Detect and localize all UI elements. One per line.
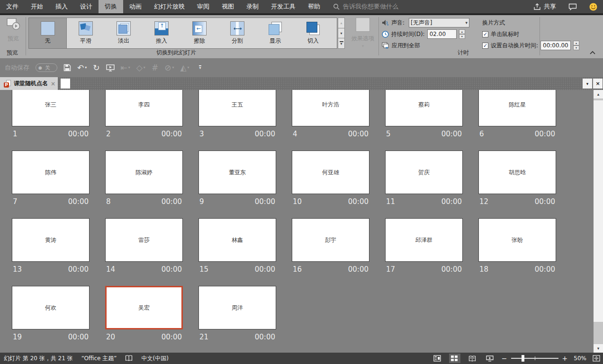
gallery-more-button[interactable]: ▾ — [338, 38, 345, 49]
slide-thumbnail[interactable]: 蔡莉 — [385, 90, 463, 126]
comment-icon[interactable] — [568, 3, 577, 10]
slide-cell: 黄涛 13 00:00 — [12, 218, 90, 275]
vertical-scrollbar[interactable]: ▴ ▾ — [594, 90, 603, 353]
slide-thumbnail[interactable]: 周洋 — [198, 286, 276, 329]
transition-none[interactable]: 无 — [29, 18, 67, 48]
spin-up-button[interactable]: ▴ — [573, 41, 579, 45]
menu-tab-开发工具[interactable]: 开发工具 — [265, 0, 302, 13]
scrollbar-thumb[interactable] — [594, 100, 603, 322]
auto-advance-time-input[interactable] — [540, 41, 571, 50]
zoom-out-button[interactable]: − — [502, 355, 507, 362]
slide-thumbnail[interactable]: 邱泽群 — [385, 218, 463, 262]
normal-view-button[interactable] — [432, 354, 443, 363]
transition-cut[interactable]: 切入 — [294, 18, 332, 48]
scroll-down-button[interactable]: ▾ — [594, 344, 603, 353]
menu-tab-动画[interactable]: 动画 — [123, 0, 148, 13]
slide-thumbnail[interactable]: 何亚雄 — [292, 151, 369, 194]
customize-qat-button[interactable]: ▾ — [199, 65, 201, 70]
auto-advance-checkbox[interactable]: ✓ — [482, 43, 488, 49]
slide-thumbnail[interactable]: 王五 — [198, 90, 276, 126]
menu-tab-视图[interactable]: 视图 — [216, 0, 240, 13]
start-slideshow-button[interactable] — [106, 64, 115, 71]
preview-button[interactable]: 预览 — [3, 18, 24, 53]
language-indicator[interactable]: 中文(中国) — [141, 355, 168, 363]
menu-tab-录制[interactable]: 录制 — [240, 0, 265, 13]
slide-thumbnail[interactable]: 胡思晗 — [478, 151, 556, 194]
spin-down-button[interactable]: ▾ — [573, 45, 579, 50]
new-tab-button[interactable] — [61, 79, 70, 89]
menu-tab-切换[interactable]: 切换 — [99, 0, 123, 13]
slide-thumbnail[interactable]: 雷莎 — [105, 218, 183, 262]
slide-thumbnail[interactable]: 李四 — [105, 90, 183, 126]
slide-thumbnail[interactable]: 陈淑婷 — [105, 151, 183, 194]
tab-list-dropdown-button[interactable]: ▾ — [583, 79, 592, 89]
duration-input[interactable] — [427, 29, 457, 39]
undo-button[interactable]: ↶▾ — [77, 64, 87, 72]
zoom-track[interactable] — [511, 358, 558, 359]
menu-tab-插入[interactable]: 插入 — [49, 0, 74, 13]
slide-time: 00:00 — [162, 265, 182, 274]
transition-fade[interactable]: 淡出 — [105, 18, 143, 48]
autosave-toggle[interactable]: ● 关 — [36, 63, 57, 72]
reorder-button[interactable]: ⇤▾ — [121, 64, 130, 72]
fit-to-window-icon[interactable] — [593, 355, 600, 362]
transition-wipe[interactable]: 擦除 — [180, 18, 218, 48]
slide-thumbnail[interactable]: 贺庆 — [385, 151, 463, 194]
reading-view-button[interactable] — [467, 354, 478, 363]
gallery-scroll-up-button[interactable]: ▴ — [338, 18, 345, 28]
effect-options-button[interactable]: 效果选项 ▾ — [349, 18, 377, 58]
rotate-flip-button[interactable]: ◭▾ — [180, 64, 189, 72]
zoom-level[interactable]: 50% — [574, 355, 586, 362]
slide-thumbnail[interactable]: 黄涛 — [12, 218, 90, 262]
transition-split[interactable]: 分割 — [218, 18, 256, 48]
close-document-button[interactable]: × — [593, 79, 603, 89]
slide-thumbnail[interactable]: 张盼 — [478, 218, 556, 262]
zoom-thumb[interactable] — [522, 355, 524, 362]
menu-tab-设计[interactable]: 设计 — [74, 0, 99, 13]
sound-dropdown[interactable]: [无声音] ▾ — [409, 18, 469, 27]
menu-tab-幻灯片放映[interactable]: 幻灯片放映 — [148, 0, 191, 13]
spin-down-button[interactable]: ▾ — [459, 34, 465, 39]
shapes-button[interactable]: ◇▾ — [136, 64, 145, 72]
slide-thumbnail[interactable]: 张三 — [12, 90, 90, 126]
menu-tab-开始[interactable]: 开始 — [25, 0, 49, 13]
slide-thumbnail[interactable]: 何欢 — [12, 286, 90, 329]
collapse-ribbon-button[interactable] — [589, 50, 596, 56]
proofing-book-icon[interactable] — [125, 355, 133, 362]
slide-thumbnail[interactable]: 彭宇 — [292, 218, 369, 262]
on-mouse-click-checkbox[interactable]: ✓ — [482, 31, 488, 37]
slide-number: 7 — [13, 197, 18, 206]
redo-button[interactable]: ↻ — [93, 64, 99, 72]
transition-morph[interactable]: 平滑 — [67, 18, 105, 48]
spin-up-button[interactable]: ▴ — [459, 29, 465, 34]
transition-push[interactable]: 推入 — [143, 18, 180, 48]
slide-thumbnail[interactable]: 林鑫 — [198, 218, 276, 262]
slide-thumbnail[interactable]: 董亚东 — [198, 151, 276, 194]
close-tab-icon[interactable]: × — [51, 80, 55, 87]
slide-thumbnail[interactable]: 叶方浩 — [292, 90, 369, 126]
menu-tab-帮助[interactable]: 帮助 — [302, 0, 326, 13]
transition-gallery: 无平滑淡出推入擦除分割显示切入 — [28, 18, 337, 49]
slide-thumbnail[interactable]: 陈红星 — [478, 90, 556, 126]
tell-me-search[interactable]: 告诉我你想要做什么 — [333, 0, 398, 13]
menu-tab-审阅[interactable]: 审阅 — [191, 0, 216, 13]
gallery-scroll-down-button[interactable]: ▾ — [338, 28, 345, 39]
menu-tab-文件[interactable]: 文件 — [0, 0, 25, 13]
slide-meta: 15 00:00 — [198, 262, 276, 275]
slide-sorter-view-button[interactable] — [449, 354, 460, 363]
apply-to-all-button[interactable]: 应用到全部 — [382, 41, 420, 50]
transition-reveal[interactable]: 显示 — [256, 18, 294, 48]
share-button[interactable]: 共享 — [533, 2, 556, 11]
slide-title: 雷莎 — [138, 236, 150, 244]
gallery-scrollbar: ▴ ▾ ▾ — [338, 18, 345, 49]
slide-thumbnail[interactable]: 陈伟 — [12, 151, 90, 194]
slide-thumbnail[interactable]: 吴宏 — [105, 286, 183, 329]
document-tab[interactable]: P 课堂随机点名 × — [0, 77, 58, 90]
scroll-up-button[interactable]: ▴ — [594, 90, 603, 98]
merge-shapes-button[interactable]: ⊘▾ — [164, 64, 174, 72]
slideshow-view-button[interactable] — [484, 354, 495, 363]
feedback-smiley-icon[interactable] — [589, 3, 597, 11]
save-button[interactable] — [63, 64, 71, 71]
zoom-in-button[interactable]: + — [562, 355, 568, 362]
position-button[interactable]: # — [152, 64, 158, 72]
